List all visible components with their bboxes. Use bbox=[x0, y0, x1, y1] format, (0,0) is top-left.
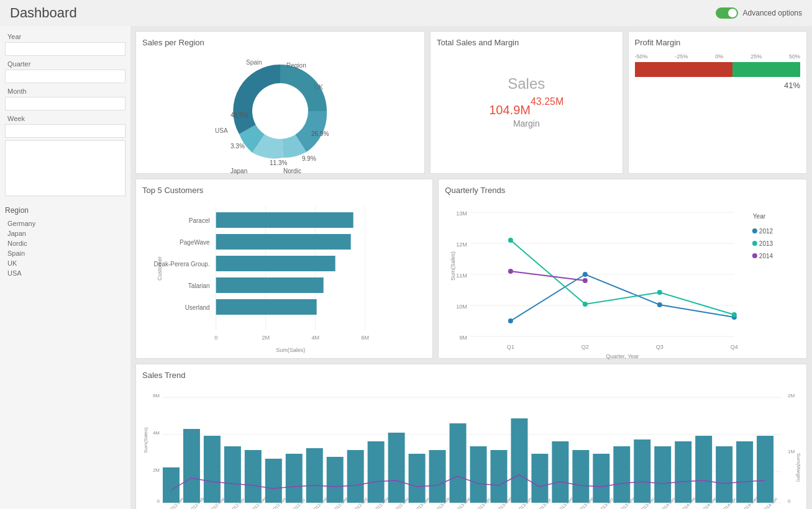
bar-21 bbox=[593, 454, 609, 503]
yr-2m: 2M bbox=[788, 393, 795, 399]
region-usa[interactable]: USA bbox=[5, 268, 125, 278]
axis-minus25: -25% bbox=[675, 53, 688, 60]
month-label: Month bbox=[5, 86, 125, 97]
x-q4: Q4 bbox=[731, 344, 738, 350]
x-q3: Q3 bbox=[656, 344, 664, 350]
quarterly-trends-card: Quarterly Trends 13M 12M 11M 10M 9M Sum(… bbox=[438, 179, 807, 359]
y-12m: 12M bbox=[457, 241, 468, 248]
bar-deak bbox=[216, 256, 335, 271]
bar-7 bbox=[306, 448, 323, 503]
label-userland: Userland bbox=[185, 304, 210, 311]
year-filter: Year bbox=[5, 31, 125, 56]
bar-10 bbox=[368, 441, 385, 503]
quarterly-title: Quarterly Trends bbox=[445, 186, 800, 195]
legend-dot-2013 bbox=[752, 241, 757, 246]
pct-26: 26.9% bbox=[311, 130, 329, 137]
bar-11 bbox=[388, 433, 405, 503]
donut-chart-svg: Region UK 26.9% 9.9% 11.3% 3.3% Japan No… bbox=[142, 52, 418, 167]
pct-45: 45.5% bbox=[230, 112, 248, 119]
week-filter-box[interactable] bbox=[5, 124, 125, 138]
x-tick-0: 0 bbox=[214, 335, 217, 341]
x-q1: Q1 bbox=[507, 344, 514, 350]
bar-4 bbox=[245, 450, 262, 503]
dot-2013-q4 bbox=[732, 312, 737, 317]
legend-2014: 2014 bbox=[759, 253, 773, 259]
donut-inner-circle bbox=[252, 83, 308, 139]
top5-chart-svg: Customer Paracel PageWave Deak-Perera bbox=[142, 200, 426, 355]
axis-minus50: -50% bbox=[635, 53, 648, 60]
dot-2014-q2 bbox=[583, 278, 588, 283]
page-title: Dashboard bbox=[10, 5, 77, 21]
dot-2014-q1 bbox=[508, 269, 513, 274]
line-2013 bbox=[511, 240, 734, 315]
y-left-label: Sum(Sales) bbox=[143, 427, 148, 453]
margin-inline: 43.25M bbox=[531, 96, 563, 107]
bar-13 bbox=[429, 450, 446, 503]
bottom-row: Sales Trend 6M 4M 2M 0 Sum(Sales) 2M 1M … bbox=[135, 364, 807, 509]
advanced-options-toggle[interactable] bbox=[716, 7, 738, 19]
bar-24 bbox=[654, 446, 671, 503]
year-label: Year bbox=[5, 31, 125, 42]
region-nordic[interactable]: Nordic bbox=[5, 238, 125, 248]
legend-2013: 2013 bbox=[759, 240, 773, 247]
sales-per-region-card: Sales per Region bbox=[135, 31, 425, 174]
advanced-options-label: Advanced options bbox=[743, 9, 802, 17]
sales-value: 104.9M43.25M bbox=[489, 92, 563, 119]
bar-16 bbox=[490, 450, 507, 503]
quarter-label: Quarter bbox=[5, 58, 125, 70]
bar-25 bbox=[675, 441, 691, 503]
y-right-label: Sum(Margin) bbox=[796, 453, 801, 482]
dot-2012-q2 bbox=[583, 272, 588, 277]
donut-chart-container: Region UK 26.9% 9.9% 11.3% 3.3% Japan No… bbox=[142, 52, 418, 167]
legend-2012: 2012 bbox=[759, 228, 773, 235]
top-row: Sales per Region bbox=[135, 31, 807, 174]
bar-28 bbox=[736, 441, 753, 503]
region-spain[interactable]: Spain bbox=[5, 248, 125, 258]
dot-2013-q1 bbox=[508, 238, 513, 243]
bar-8 bbox=[327, 457, 344, 503]
bar-userland bbox=[216, 299, 317, 315]
sales-trend-card: Sales Trend 6M 4M 2M 0 Sum(Sales) 2M 1M … bbox=[135, 364, 807, 509]
label-pagewave: PageWave bbox=[180, 239, 210, 246]
sales-trend-title: Sales Trend bbox=[142, 371, 800, 380]
bar-20 bbox=[572, 450, 589, 503]
pct-9: 9.9% bbox=[302, 155, 316, 162]
bar-3 bbox=[224, 446, 241, 503]
region-uk[interactable]: UK bbox=[5, 258, 125, 268]
bar-6 bbox=[286, 454, 303, 503]
x-q2: Q2 bbox=[582, 344, 589, 350]
legend-dot-2012 bbox=[752, 228, 757, 233]
x-tick-6m: 6M bbox=[361, 335, 369, 341]
main-layout: Year Quarter Month Week Region Germany J… bbox=[0, 26, 812, 509]
japan-label: Japan bbox=[230, 168, 247, 174]
yl-6m: 6M bbox=[153, 393, 160, 399]
y-9m: 9M bbox=[460, 335, 468, 341]
bar-paracel bbox=[216, 212, 354, 228]
yl-4m: 4M bbox=[153, 430, 160, 436]
x-axis-label: Quarter, Year bbox=[606, 353, 639, 359]
bar-27 bbox=[716, 446, 732, 503]
bar-17 bbox=[511, 418, 527, 503]
region-germany[interactable]: Germany bbox=[5, 218, 125, 228]
top5-title: Top 5 Customers bbox=[142, 186, 426, 195]
y-axis-label: Sum(Sales) bbox=[450, 251, 456, 281]
month-filter-box[interactable] bbox=[5, 97, 125, 110]
bar-15 bbox=[470, 446, 487, 503]
bar-18 bbox=[531, 454, 548, 503]
filter-list[interactable] bbox=[5, 140, 125, 196]
total-sales-card: Total Sales and Margin Sales 104.9M43.25… bbox=[430, 31, 623, 174]
quarter-filter-box[interactable] bbox=[5, 70, 125, 83]
bar-23 bbox=[634, 439, 650, 503]
usa-label: USA bbox=[215, 127, 228, 134]
axis-50: 50% bbox=[789, 53, 800, 60]
week-filter: Week bbox=[5, 113, 125, 138]
bar-22 bbox=[613, 446, 630, 503]
bar-29 bbox=[757, 436, 773, 503]
bar-5 bbox=[265, 459, 282, 503]
year-filter-box[interactable] bbox=[5, 42, 125, 56]
label-deak: Deak-Perera Group. bbox=[154, 261, 210, 268]
region-title: Region bbox=[5, 206, 125, 215]
bar-2 bbox=[204, 436, 221, 503]
region-japan[interactable]: Japan bbox=[5, 228, 125, 238]
profit-bar-red bbox=[635, 62, 732, 77]
